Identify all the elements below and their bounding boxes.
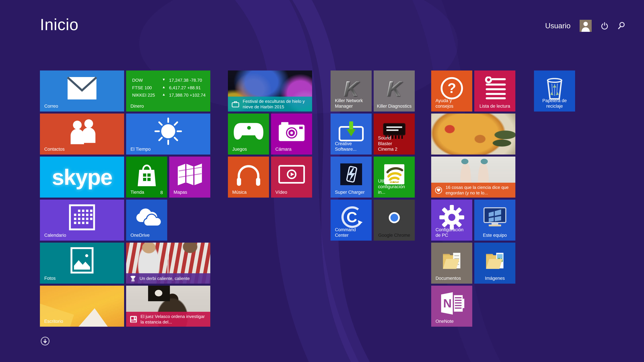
stock-row: DOW ▼ 17,247.38 -78.70: [132, 76, 206, 84]
tile-label: Escritorio: [44, 319, 121, 324]
gamepad-icon: [232, 120, 264, 143]
tile-contactos[interactable]: Contactos: [40, 114, 124, 155]
start-screen: Inicio Usuario Correo: [0, 0, 644, 362]
tile-camara[interactable]: Cámara: [271, 114, 312, 155]
power-icon: [601, 22, 608, 30]
tile-label: OneDrive: [130, 233, 164, 238]
software-update-icon: [338, 120, 364, 143]
people-icon: [65, 118, 99, 145]
power-button[interactable]: [601, 22, 608, 30]
tile-configuracion-pc[interactable]: Configuración de PC: [431, 199, 472, 241]
tile-label: Lista de lectura: [477, 103, 513, 109]
tile-label: Super Charger: [335, 189, 368, 195]
tile-badge-count: 8: [160, 190, 163, 195]
stock-row: NIKKEI 225 ▲ 17,388.70 +102.74: [132, 91, 206, 99]
page-title: Inicio: [40, 15, 78, 34]
tile-creative-software[interactable]: Creative Software...: [330, 114, 372, 155]
tile-label: Fotos: [44, 276, 121, 281]
tile-video[interactable]: Vídeo: [271, 157, 312, 197]
search-button[interactable]: [618, 22, 625, 30]
tile-label: Sound Blaster Cinema 2: [378, 135, 405, 152]
tile-este-equipo[interactable]: Este equipo: [474, 199, 515, 241]
sun-icon: [154, 117, 182, 146]
tile-killer-network-manager[interactable]: K Killer Network Manager: [330, 70, 372, 112]
onenote-icon: N: [439, 291, 465, 316]
live-tile-caption: 16 cosas que la ciencia dice que engorda…: [431, 183, 515, 197]
tile-skype[interactable]: skype: [40, 157, 124, 197]
apps-view-button[interactable]: [40, 336, 50, 347]
caption-text: 16 cosas que la ciencia dice que engorda…: [446, 185, 513, 195]
tile-onedrive[interactable]: OneDrive: [126, 199, 167, 241]
tile-comida[interactable]: [431, 114, 515, 155]
tile-killer-diagnostics[interactable]: K Killer Diagnostics: [374, 70, 415, 112]
tile-super-charger[interactable]: Super Charger: [330, 157, 372, 197]
tile-noticias[interactable]: El juez Velasco ordena investigar la est…: [126, 286, 210, 327]
tile-onenote[interactable]: N OneNote: [431, 286, 472, 327]
tile-google-chrome[interactable]: Google Chrome: [374, 199, 415, 241]
tile-mapas[interactable]: Mapas: [169, 157, 210, 197]
tile-viajes[interactable]: Festival de esculturas de hielo y nieve …: [228, 70, 312, 112]
svg-text:?: ?: [448, 80, 456, 96]
tile-label: Configuración de PC: [436, 227, 462, 238]
tile-label: Vídeo: [276, 189, 309, 195]
suitcase-icon: [232, 101, 239, 108]
tile-label: Mapas: [174, 189, 207, 195]
tile-label: Papelera de reciclaje: [539, 98, 570, 109]
tile-utilidad-configuracion[interactable]: Utilidad de configuración in...: [374, 157, 415, 197]
tile-papelera[interactable]: Papelera de reciclaje: [534, 70, 575, 112]
pictures-folder-icon: [484, 250, 506, 271]
tile-tienda[interactable]: Tienda 8: [126, 157, 167, 197]
caption-text: Festival de esculturas de hielo y nieve …: [243, 99, 310, 110]
charger-icon: [340, 164, 362, 186]
tile-calendario[interactable]: Calendario: [40, 199, 124, 241]
tile-label: Cámara: [276, 147, 309, 152]
tile-lista-lectura[interactable]: Lista de lectura: [474, 70, 515, 112]
killer-k-logo: K: [386, 76, 402, 101]
calendar-icon: [68, 204, 96, 231]
map-icon: [176, 163, 203, 187]
tile-sound-blaster[interactable]: Sound Blaster Cinema 2: [374, 114, 415, 155]
mail-icon: [67, 76, 97, 101]
tile-label: Killer Network Manager: [335, 98, 368, 109]
headphones-icon: [236, 162, 262, 187]
tile-documentos[interactable]: Documentos: [431, 243, 472, 284]
tile-fotos[interactable]: Fotos: [40, 243, 124, 284]
tile-juegos[interactable]: Juegos: [228, 114, 269, 155]
tile-el-tiempo[interactable]: El Tiempo: [126, 114, 210, 155]
tile-label: Calendario: [44, 233, 121, 238]
tile-label: Correo: [44, 103, 121, 109]
search-icon: [618, 22, 625, 30]
reading-list-icon: [482, 76, 508, 101]
news-icon: [130, 316, 137, 323]
camera-icon: [278, 121, 306, 142]
tile-label: Juegos: [232, 147, 266, 152]
help-icon: ?: [439, 76, 464, 101]
live-tile-caption: El juez Velasco ordena investigar la est…: [126, 312, 210, 327]
tile-label: Tienda: [130, 189, 164, 195]
clouds-icon: [132, 207, 161, 228]
tile-escritorio[interactable]: Escritorio: [40, 286, 124, 327]
live-tile-caption: Festival de esculturas de hielo y nieve …: [228, 97, 312, 112]
tile-dinero[interactable]: DOW ▼ 17,247.38 -78.70 FTSE 100 ▲ 6,417.…: [126, 70, 210, 112]
caption-text: El juez Velasco ordena investigar la est…: [140, 314, 208, 325]
store-bag-icon: [135, 162, 158, 187]
command-center-logo: C: [338, 205, 364, 231]
computer-icon: [482, 206, 508, 229]
tile-imagenes[interactable]: Imágenes: [474, 243, 515, 284]
tile-salud[interactable]: 16 cosas que la ciencia dice que engorda…: [431, 157, 515, 197]
tile-label: Este equipo: [477, 233, 513, 238]
trophy-icon: [130, 275, 136, 282]
tile-correo[interactable]: Correo: [40, 70, 124, 112]
tile-ayuda[interactable]: ? Ayuda y consejos: [431, 70, 472, 112]
tile-command-center[interactable]: C Command Center: [330, 199, 372, 241]
heart-icon: [435, 186, 442, 194]
user-name[interactable]: Usuario: [545, 22, 570, 30]
skype-logo: skype: [52, 165, 112, 190]
user-avatar[interactable]: [580, 20, 592, 32]
svg-text:N: N: [443, 297, 452, 310]
tile-label: El Tiempo: [130, 147, 207, 152]
tile-label: Contactos: [44, 147, 121, 152]
tile-musica[interactable]: Música: [228, 157, 269, 197]
tile-deportes[interactable]: Un derbi caliente, caliente: [126, 243, 210, 284]
tile-label: OneNote: [436, 319, 469, 324]
